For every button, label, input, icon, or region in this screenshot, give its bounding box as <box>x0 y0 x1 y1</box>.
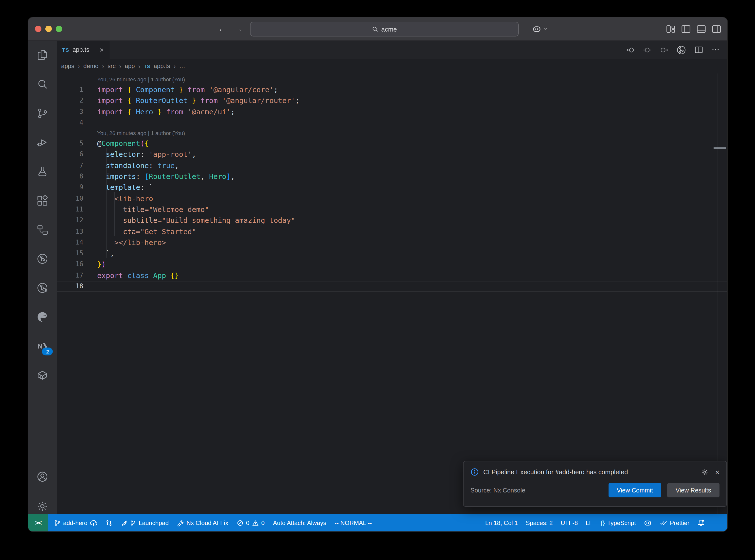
extensions-icon[interactable] <box>36 195 49 206</box>
source-control-icon[interactable] <box>36 107 49 119</box>
toggle-secondary-sidebar-icon[interactable] <box>712 24 721 34</box>
close-window-button[interactable] <box>35 26 41 32</box>
code-line[interactable]: 12 subtitle="Build something amazing tod… <box>57 215 728 226</box>
scrollbar-lane[interactable] <box>717 74 718 514</box>
blame-annotation[interactable]: You, 26 minutes ago | 1 author (You) <box>57 75 728 84</box>
code-line[interactable]: 8 imports: [RouterOutlet, Hero], <box>57 171 728 182</box>
code-line[interactable]: 18 <box>57 281 728 292</box>
indentation-status[interactable]: Spaces: 2 <box>526 519 553 526</box>
problems-status[interactable]: 0 0 <box>237 519 264 526</box>
gitlens-forward-icon[interactable] <box>659 45 669 55</box>
zoom-window-button[interactable] <box>56 26 62 32</box>
containers-icon[interactable] <box>36 369 49 381</box>
code-line[interactable]: 4 <box>57 117 728 128</box>
code-line[interactable]: 13 cta="Get Started" <box>57 226 728 237</box>
language-mode-status[interactable]: {}TypeScript <box>601 519 636 526</box>
code-line[interactable]: 15 `, <box>57 248 728 259</box>
view-commit-button[interactable]: View Commit <box>608 483 661 497</box>
command-center-search[interactable]: acme <box>250 22 519 37</box>
remote-indicator[interactable]: >< <box>28 514 48 532</box>
edge-browser-icon[interactable] <box>36 311 49 323</box>
blame-text: You, 26 minutes ago | 1 author (You) <box>97 75 185 84</box>
cursor-position-status[interactable]: Ln 18, Col 1 <box>485 519 518 526</box>
code-line[interactable]: 3import { Hero } from '@acme/ui'; <box>57 106 728 117</box>
breadcrumb-item[interactable]: src <box>107 63 116 69</box>
toggle-panel-icon[interactable] <box>696 24 706 34</box>
tab-close-icon[interactable]: × <box>100 46 103 54</box>
copilot-menu[interactable] <box>532 17 548 40</box>
cloud-upload-icon <box>90 519 97 526</box>
code-line[interactable]: 5@Component({ <box>57 138 728 149</box>
toggle-primary-sidebar-icon[interactable] <box>681 24 691 34</box>
gitlens-graph-icon[interactable] <box>676 45 687 55</box>
gitlens-inspect-icon[interactable] <box>36 282 49 294</box>
gitlens-back-icon[interactable] <box>626 45 635 55</box>
minimize-window-button[interactable] <box>45 26 52 32</box>
eol-status[interactable]: LF <box>585 519 593 526</box>
tab-app-ts[interactable]: TS app.ts × <box>57 41 110 59</box>
breadcrumb-item[interactable]: demo <box>83 63 99 69</box>
vscode-window: ← → acme N❯2 <box>28 17 728 532</box>
line-number: 6 <box>57 149 97 160</box>
line-number: 9 <box>57 182 97 193</box>
code-text: @Component({ <box>97 138 149 149</box>
screen: ← → acme N❯2 <box>0 0 755 560</box>
indent-guide <box>106 148 106 258</box>
nx-console-icon[interactable]: N❯2 <box>36 340 49 352</box>
formatter-status[interactable]: Prettier <box>660 519 690 526</box>
branch-compare-status[interactable] <box>105 519 113 526</box>
chevron-down-icon <box>543 27 548 31</box>
encoding-status[interactable]: UTF-8 <box>561 519 578 526</box>
customize-layout-icon[interactable] <box>666 24 676 34</box>
notification-close-icon[interactable]: × <box>715 468 719 476</box>
copilot-status[interactable] <box>644 519 652 527</box>
breadcrumb-file[interactable]: app.ts <box>154 63 170 69</box>
tab-bar: TS app.ts × <box>57 41 728 59</box>
gitlens-icon[interactable] <box>36 253 49 265</box>
run-debug-icon[interactable] <box>36 137 49 148</box>
code-line[interactable]: 6 selector: 'app-root', <box>57 149 728 160</box>
overview-ruler-mark <box>714 147 726 148</box>
status-bar: >< add-hero Launchpad Nx Cloud AI Fix <box>28 514 728 532</box>
account-icon[interactable] <box>36 471 49 483</box>
breadcrumb-item[interactable]: app <box>125 63 135 69</box>
blame-text: You, 26 minutes ago | 1 author (You) <box>97 128 185 138</box>
auto-attach-status[interactable]: Auto Attach: Always <box>273 519 326 526</box>
testing-icon[interactable] <box>36 166 49 178</box>
history-forward-button[interactable]: → <box>234 17 243 40</box>
settings-gear-icon[interactable] <box>36 500 49 512</box>
breadcrumb-symbol[interactable]: … <box>179 63 185 69</box>
launchpad-status[interactable]: Launchpad <box>121 519 168 526</box>
split-editor-icon[interactable] <box>694 45 704 55</box>
editor-pane[interactable]: You, 26 minutes ago | 1 author (You)1imp… <box>57 74 728 514</box>
notification-settings-icon[interactable] <box>701 468 709 476</box>
braces-icon: {} <box>601 519 604 526</box>
indent-guide <box>114 192 115 236</box>
code-line[interactable]: 16}) <box>57 259 728 270</box>
nx-cloud-fix-status[interactable]: Nx Cloud AI Fix <box>177 519 228 526</box>
code-line[interactable]: 7 standalone: true, <box>57 160 728 171</box>
history-back-button[interactable]: ← <box>218 17 226 40</box>
code-line[interactable]: 17export class App {} <box>57 270 728 281</box>
code-line[interactable]: 14 ></lib-hero> <box>57 237 728 248</box>
code-line[interactable]: 9 template: ` <box>57 182 728 193</box>
more-actions-icon[interactable] <box>711 45 720 54</box>
search-view-icon[interactable] <box>36 78 49 90</box>
view-results-button[interactable]: View Results <box>667 483 719 497</box>
code-line[interactable]: 11 title="Welcmoe demo" <box>57 204 728 215</box>
warnings-icon <box>252 519 259 526</box>
vim-mode-status[interactable]: -- NORMAL -- <box>335 519 372 526</box>
explorer-icon[interactable] <box>36 49 49 61</box>
line-number: 12 <box>57 215 97 226</box>
gitlens-current-icon[interactable] <box>642 45 652 55</box>
git-branch-status[interactable]: add-hero <box>54 519 97 526</box>
breadcrumb-separator: › <box>174 62 176 70</box>
code-line[interactable]: 10 <lib-hero <box>57 193 728 204</box>
blame-annotation[interactable]: You, 26 minutes ago | 1 author (You) <box>57 128 728 138</box>
project-graph-icon[interactable] <box>36 224 49 236</box>
notifications-bell[interactable] <box>697 519 705 526</box>
breadcrumb-item[interactable]: apps <box>61 63 74 69</box>
code-line[interactable]: 2import { RouterOutlet } from '@angular/… <box>57 95 728 106</box>
line-number: 7 <box>57 160 97 171</box>
code-line[interactable]: 1import { Component } from '@angular/cor… <box>57 84 728 95</box>
